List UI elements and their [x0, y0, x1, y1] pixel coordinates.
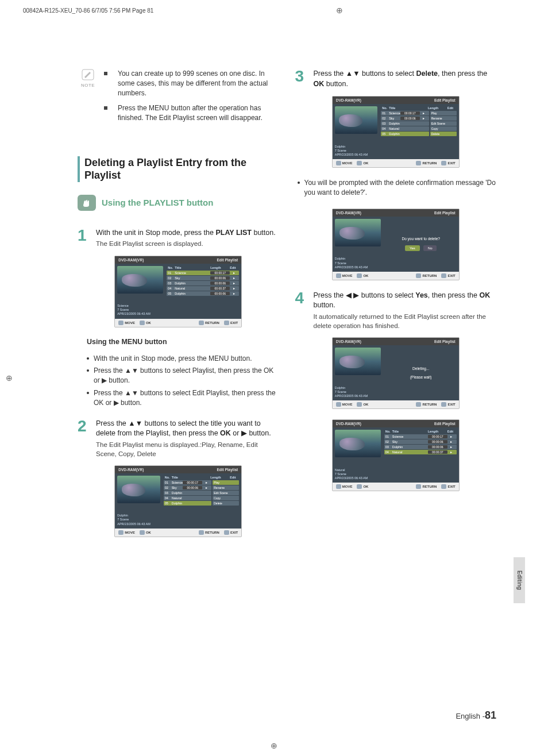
sub-title: Using the PLAYLIST button	[102, 198, 213, 207]
badge-icon	[118, 321, 124, 325]
table-row: 03Dolphin	[164, 491, 212, 495]
dot-bullet-icon	[298, 182, 300, 184]
osd-legend: MOVEOK RETURNEXIT	[333, 400, 459, 408]
osd-table-header: No.TitleLengthEdit	[384, 430, 457, 434]
list-item: You will be prompted with the delete con…	[298, 178, 497, 198]
step-bold: PLAY LIST	[215, 229, 252, 237]
table-row: 04Natural	[381, 126, 429, 131]
osd-thumbnail	[335, 348, 381, 375]
osd-right-pane: No.TitleLengthEdit 01Science00:00:17▸ 02…	[380, 104, 459, 159]
step-body: With the unit in Stop mode, press the PL…	[96, 228, 279, 249]
osd-legend: MOVEOK RETURNEXIT	[333, 159, 459, 167]
osd-meta: Science 7 Scene APR/23/2005 06:43 AM	[117, 304, 163, 316]
osd-menu-item: Delete	[213, 501, 239, 506]
osd-col-title: Title	[175, 266, 210, 269]
note-item: You can create up to 999 scenes on one d…	[104, 69, 279, 98]
step-number: 3	[295, 69, 308, 89]
menu-bullet-list: With the unit in Stop mode, press the ME…	[87, 354, 279, 408]
osd-left-pane: Dolphin 7 Scene APR/23/2005 06:43 AM	[115, 473, 162, 529]
step-body: Press the ▲▼ buttons to select the title…	[96, 419, 279, 458]
crop-mark-left: ⊕	[6, 373, 13, 383]
osd-main: Dolphin 7 Scene APR/23/2005 06:43 AM No.…	[115, 473, 241, 529]
osd-meta-title: Dolphin	[117, 514, 160, 518]
step-text: button.	[252, 229, 276, 237]
osd-menu-item: Edit Scene	[213, 491, 239, 495]
osd-meta: Dolphin 7 Scene APR/23/2005 06:43 AM	[335, 257, 381, 269]
footer-page-number: 81	[485, 709, 496, 721]
note-icon-box: NOTE	[78, 69, 98, 88]
osd-col-edit: Edit	[230, 266, 238, 269]
step-2: 2 Press the ▲▼ buttons to select the tit…	[78, 419, 279, 458]
osd-titlebar: DVD-RAM(VR) Edit Playlist	[115, 466, 241, 473]
osd-screenshot-deleting: DVD-RAM(VR)Edit Playlist Dolphin 7 Scene…	[332, 337, 460, 409]
osd-main: Dolphin 7 Scene APR/23/2005 06:43 AM Do …	[333, 217, 459, 272]
badge-icon	[199, 321, 204, 325]
osd-legend: MOVEOK RETURNEXIT	[115, 319, 241, 327]
osd-menu-item: Copy	[430, 126, 457, 131]
osd-meta: Dolphin 7 Scene APR/23/2005 06:43 AM	[335, 145, 377, 157]
right-arrow-icon: ▸	[230, 281, 238, 285]
badge-icon	[224, 321, 229, 325]
note-label: NOTE	[78, 83, 98, 88]
step-3: 3 Press the ▲▼ buttons to select Delete,…	[295, 69, 497, 89]
table-row: 01Science00:00:17▸	[164, 480, 212, 485]
osd-titlebar: DVD-RAM(VR)Edit Playlist	[333, 97, 459, 104]
osd-left-pane: Dolphin 7 Scene APR/23/2005 06:43 AM	[333, 217, 383, 272]
list-item: Press the ▲▼ buttons to select Edit Play…	[87, 388, 279, 408]
osd-progress-pane: Deleting... (Please wait)	[383, 345, 459, 400]
osd-meta-scenes: 7 Scene	[117, 308, 163, 312]
dot-bullet-icon	[87, 392, 89, 394]
osd-main: Dolphin 7 Scene APR/23/2005 06:43 AM No.…	[333, 104, 459, 159]
osd-table-header: No. Title Length Edit	[164, 476, 240, 480]
osd-left-pane: Natural 7 Scene APR/23/2005 06:43 AM	[333, 427, 383, 483]
print-slug: 00842A-R125-XEU_70-86 6/7/05 7:56 PM Pag…	[23, 6, 525, 15]
osd-titlebar: DVD-RAM(VR) Edit Playlist	[115, 256, 241, 264]
right-arrow-icon: ▸	[230, 292, 238, 295]
table-row: 05Dolphin	[164, 501, 212, 506]
step-number: 2	[78, 419, 90, 458]
note-text: You can create up to 999 scenes on one d…	[118, 69, 279, 98]
badge-icon	[140, 321, 145, 325]
table-row: 04Natural	[164, 496, 212, 500]
osd-meta-title: Science	[117, 304, 163, 308]
osd-thumbnail	[117, 476, 160, 503]
table-row: 02Sky00:00:06▸	[164, 485, 212, 490]
osd-yn-row: Yes No	[405, 245, 437, 251]
table-row: 04Natural00:00:37▸	[167, 286, 239, 291]
osd-table-header: No.TitleLengthEdit	[381, 106, 457, 111]
osd-titlebar: DVD-RAM(VR)Edit Playlist	[333, 420, 459, 427]
square-bullet-icon	[104, 72, 107, 75]
osd-table-header: No. Title Length Edit	[167, 266, 239, 271]
table-row: 01Science00:00:17▸	[381, 111, 429, 115]
osd-left-pane: Science 7 Scene APR/23/2005 06:43 AM	[115, 264, 165, 319]
crop-mark-top: ⊕	[336, 6, 343, 15]
osd-menu-item: Delete	[430, 132, 457, 136]
osd-meta: Dolphin 7 Scene APR/23/2005 06:43 AM	[117, 514, 160, 526]
step-1: 1 With the unit in Stop mode, press the …	[78, 228, 279, 249]
osd-no-button: No	[423, 245, 437, 251]
osd-meta-date: APR/23/2005 06:43 AM	[117, 312, 163, 316]
osd-thumbnail	[117, 266, 163, 294]
osd-right-pane: No. Title Length Edit 01Science00:00:17▸…	[165, 264, 241, 319]
osd-main: Natural 7 Scene APR/23/2005 06:43 AM No.…	[333, 427, 459, 483]
osd-deleting-label: Deleting...	[412, 367, 429, 371]
table-row: 02Sky00:00:06▸	[384, 439, 457, 444]
table-row: 03Dolphin	[381, 121, 429, 126]
osd-screen-title: Edit Playlist	[217, 468, 238, 472]
table-row: 05Dolphin	[381, 132, 429, 136]
osd-screenshot-list-science: DVD-RAM(VR) Edit Playlist Science 7 Scen…	[114, 256, 242, 327]
step-text: or ▶ button.	[231, 429, 271, 437]
right-arrow-icon: ▸	[230, 271, 238, 275]
osd-left-pane: Dolphin 7 Scene APR/23/2005 06:43 AM	[333, 104, 380, 159]
list-item: With the unit in Stop mode, press the ME…	[87, 354, 279, 364]
osd-titlebar: DVD-RAM(VR)Edit Playlist	[333, 338, 459, 345]
step-subtext: The Edit Playlist menu is displayed.:Pla…	[96, 440, 279, 458]
step-body: Press the ◀ ▶ buttons to select Yes, the…	[314, 291, 497, 330]
osd-meta: Dolphin 7 Scene APR/23/2005 06:43 AM	[335, 386, 381, 398]
osd-screen-title: Edit Playlist	[217, 258, 238, 262]
print-slug-text: 00842A-R125-XEU_70-86 6/7/05 7:56 PM Pag…	[23, 7, 153, 14]
osd-yes-button: Yes	[405, 245, 420, 251]
osd-menu-item: Copy	[213, 496, 239, 500]
osd-right-pane: No. Title Length Edit 01Science00:00:17▸…	[163, 473, 242, 529]
osd-menu-item: Play	[430, 111, 457, 115]
